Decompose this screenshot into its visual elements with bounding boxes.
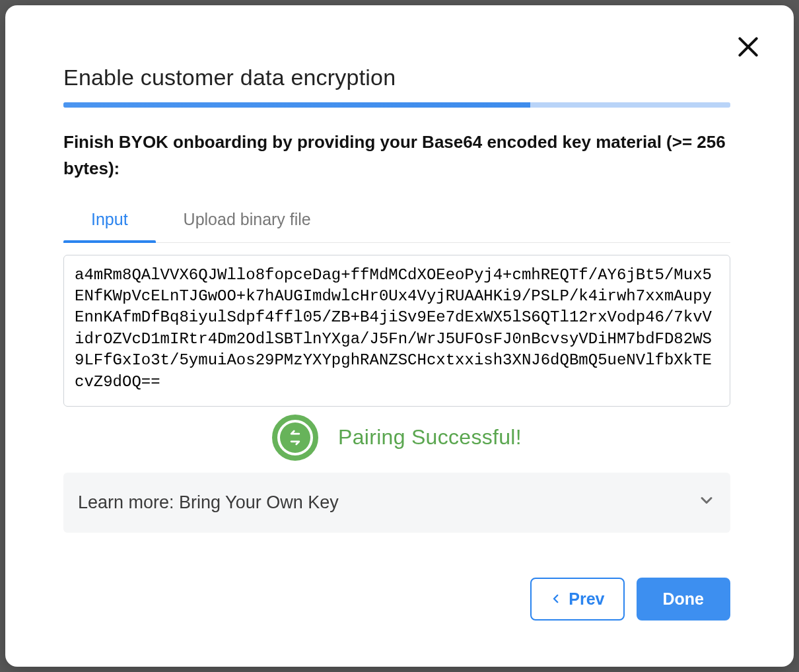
pairing-status: Pairing Successful! <box>63 415 730 461</box>
tab-upload-file[interactable]: Upload binary file <box>156 201 339 242</box>
tab-input[interactable]: Input <box>63 201 156 242</box>
progress-fill <box>63 102 530 108</box>
modal-title: Enable customer data encryption <box>63 65 730 90</box>
progress-bar <box>63 102 730 108</box>
pairing-success-icon <box>272 415 318 461</box>
prev-button[interactable]: Prev <box>530 578 624 621</box>
instruction-text: Finish BYOK onboarding by providing your… <box>63 129 730 182</box>
modal-footer: Prev Done <box>530 578 730 621</box>
chevron-down-icon <box>697 491 716 514</box>
pairing-status-text: Pairing Successful! <box>338 425 522 450</box>
close-icon <box>736 50 761 61</box>
learn-more-label: Learn more: Bring Your Own Key <box>78 492 339 513</box>
key-material-textarea[interactable] <box>63 255 730 407</box>
modal-dialog: Enable customer data encryption Finish B… <box>5 5 794 667</box>
close-button[interactable] <box>736 34 761 59</box>
chevron-left-icon <box>550 589 562 609</box>
done-button[interactable]: Done <box>637 578 731 621</box>
done-button-label: Done <box>663 589 705 609</box>
prev-button-label: Prev <box>569 589 604 609</box>
tab-bar: Input Upload binary file <box>63 201 730 243</box>
learn-more-accordion[interactable]: Learn more: Bring Your Own Key <box>63 473 730 533</box>
